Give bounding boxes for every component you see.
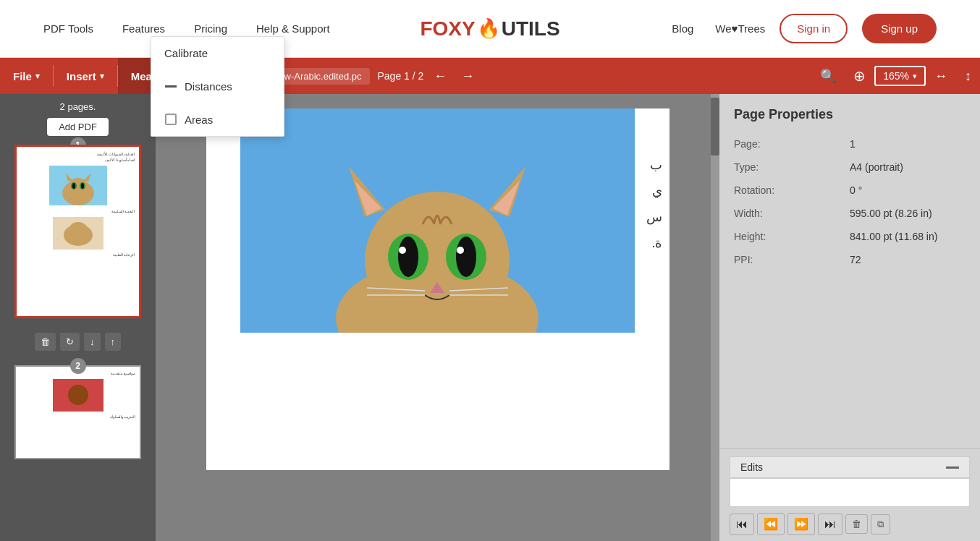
calibrate-label: Calibrate — [164, 47, 208, 59]
areas-item[interactable]: Areas — [151, 103, 284, 136]
thumb-1-content: العناية بالحيوانات الأليفة اتجاه أسلوبنا… — [17, 147, 139, 263]
prev-page-button[interactable]: ← — [429, 69, 451, 84]
panel-title: Page Properties — [719, 94, 980, 132]
distances-icon — [164, 80, 177, 93]
edits-collapse-button[interactable] — [946, 467, 959, 469]
pdf-viewer: ب ي س ة. — [156, 94, 719, 541]
nav-we-love-trees[interactable]: We♥Trees — [715, 22, 765, 35]
insert-chevron-icon: ▾ — [100, 72, 104, 81]
rotate-page-button[interactable]: ↻ — [60, 333, 80, 351]
areas-label: Areas — [185, 114, 213, 126]
logo-flame-icon: 🔥 — [477, 17, 500, 40]
nav-blog[interactable]: Blog — [672, 22, 693, 35]
page-thumb-container-2[interactable]: 2 مواضيع متقدمة التدريب والسلوك — [14, 365, 141, 459]
page-thumb-1: العناية بالحيوانات الأليفة اتجاه أسلوبنا… — [14, 145, 141, 318]
distances-label: Distances — [185, 80, 232, 93]
fit-width-icon: ↔ — [934, 69, 947, 84]
vertical-scrollbar[interactable] — [711, 94, 719, 541]
zoom-dropdown[interactable]: 165% ▾ — [874, 66, 926, 86]
edits-next-button[interactable]: ⏩ — [787, 513, 815, 535]
sidebar: 2 pages. Add PDF 1 العناية بالحيوانات ال… — [0, 94, 156, 541]
svg-point-16 — [365, 192, 510, 329]
top-nav: PDF Tools Features Pricing Help & Suppor… — [0, 0, 980, 58]
file-menu-button[interactable]: File ▾ — [0, 58, 53, 94]
right-panel: Page Properties Page: 1 Type: A4 (portra… — [719, 94, 980, 541]
svg-point-7 — [72, 183, 75, 189]
type-label: Type: — [734, 156, 850, 179]
edits-last-button[interactable]: ⏭ — [818, 514, 842, 535]
svg-point-24 — [456, 237, 476, 277]
insert-label: Insert — [67, 70, 96, 82]
zoom-chevron-icon: ▾ — [913, 72, 917, 81]
zoom-in-button[interactable]: ⊕ — [845, 58, 874, 94]
svg-point-8 — [81, 183, 84, 189]
svg-point-25 — [399, 247, 406, 254]
add-pdf-button[interactable]: Add PDF — [47, 118, 109, 136]
insert-menu-button[interactable]: Insert ▾ — [54, 58, 117, 94]
edits-input-area[interactable] — [730, 478, 970, 507]
thumb-reindeer-image — [53, 379, 104, 412]
rotation-label: Rotation: — [734, 179, 850, 202]
edits-first-button[interactable]: ⏮ — [730, 514, 754, 535]
page-2-badge: 2 — [70, 358, 86, 374]
svg-point-23 — [398, 237, 418, 277]
page-thumb-container-1[interactable]: 1 العناية بالحيوانات الأليفة اتجاه أسلوب… — [14, 145, 141, 318]
next-page-button[interactable]: → — [457, 69, 478, 84]
logo[interactable]: FOXY 🔥 UTILS — [420, 17, 559, 41]
file-label: File — [13, 70, 32, 82]
edits-label: Edits — [740, 461, 763, 473]
ppi-label: PPI: — [734, 248, 850, 271]
move-down-button[interactable]: ↓ — [84, 333, 101, 351]
measure-dropdown-menu: Calibrate Distances Areas — [151, 36, 284, 137]
fit-width-button[interactable]: ↔ — [926, 58, 956, 94]
page-label: Page: — [734, 132, 850, 156]
search-icon: 🔍 — [820, 68, 836, 84]
file-chevron-icon: ▾ — [35, 72, 40, 81]
height-label: Height: — [734, 225, 850, 248]
move-up-button[interactable]: ↑ — [105, 333, 122, 351]
svg-point-13 — [68, 385, 88, 405]
svg-point-11 — [69, 222, 88, 238]
nav-pricing[interactable]: Pricing — [194, 22, 227, 35]
nav-help-support[interactable]: Help & Support — [256, 22, 330, 35]
zoom-in-icon: ⊕ — [853, 67, 866, 85]
nav-pdf-tools[interactable]: PDF Tools — [43, 22, 93, 35]
thumb-dog-image — [53, 217, 104, 250]
page-info: Page 1 / 2 — [377, 70, 423, 82]
svg-point-2 — [68, 178, 88, 197]
cat-hero-image — [240, 108, 635, 333]
edits-prev-button[interactable]: ⏪ — [757, 513, 785, 535]
edits-copy-button[interactable]: ⧉ — [871, 514, 890, 534]
width-label: Width: — [734, 202, 850, 225]
areas-icon — [164, 113, 177, 126]
arabic-text-overlay: ب ي س ة. — [646, 152, 662, 256]
zoom-value: 165% — [883, 70, 909, 82]
distances-item[interactable]: Distances — [151, 69, 284, 103]
page-1-actions: 🗑 ↻ ↓ ↑ — [35, 333, 121, 351]
edits-section: Edits ⏮ ⏪ ⏩ ⏭ 🗑 ⧉ — [719, 448, 980, 541]
page-value: 1 — [850, 132, 966, 156]
search-button[interactable]: 🔍 — [811, 58, 845, 94]
sign-in-button[interactable]: Sign in — [780, 14, 848, 43]
rotation-value: 0 ° — [850, 179, 966, 202]
thumb-2-content: مواضيع متقدمة التدريب والسلوك — [16, 367, 140, 424]
edits-delete-button[interactable]: 🗑 — [845, 514, 868, 534]
main-area: 2 pages. Add PDF 1 العناية بالحيوانات ال… — [0, 94, 980, 541]
ppi-value: 72 — [850, 248, 966, 271]
nav-links: PDF Tools Features Pricing Help & Suppor… — [43, 22, 330, 35]
delete-page-button[interactable]: 🗑 — [35, 333, 56, 351]
properties-grid: Page: 1 Type: A4 (portrait) Rotation: 0 … — [719, 132, 980, 271]
pages-count: 2 pages. — [60, 101, 96, 112]
fit-page-icon: ↕ — [965, 69, 971, 84]
nav-features[interactable]: Features — [122, 22, 165, 35]
nav-right-links: Blog We♥Trees — [672, 22, 765, 35]
fit-page-button[interactable]: ↕ — [956, 58, 980, 94]
sign-up-button[interactable]: Sign up — [862, 14, 937, 43]
height-value: 841.00 pt (11.68 in) — [850, 225, 966, 248]
nav-right: Blog We♥Trees Sign in Sign up — [672, 14, 937, 43]
edits-header: Edits — [730, 456, 970, 478]
edits-toolbar: ⏮ ⏪ ⏩ ⏭ 🗑 ⧉ — [719, 507, 980, 541]
calibrate-item[interactable]: Calibrate — [151, 37, 284, 69]
logo-foxy: FOXY — [420, 17, 475, 41]
scrollbar-thumb[interactable] — [711, 98, 719, 156]
